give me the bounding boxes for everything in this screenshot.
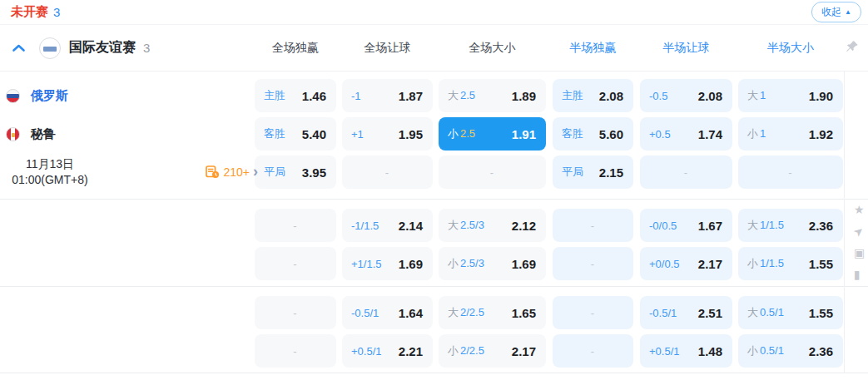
pin-small-icon[interactable]: ➤ — [854, 225, 868, 239]
stats-box-icon[interactable]: ▣ — [854, 246, 868, 260]
odds-cell-empty: - — [255, 296, 336, 329]
odds-cell[interactable]: +0.51.74 — [640, 117, 732, 151]
odds-cell[interactable]: 小0.5/12.36 — [738, 334, 843, 368]
handicap-line: 2.5 — [460, 127, 475, 140]
alt-odds-row: --1/1.52.14大2.5/32.12--0/0.51.67大1/1.52.… — [0, 209, 868, 242]
odds-value: 2.15 — [599, 165, 623, 180]
odds-cell[interactable]: -0.5/11.64 — [342, 296, 433, 329]
empty-left-slot — [0, 209, 255, 242]
away-team-row: 秘鲁 客胜5.40+11.95小2.51.91客胜5.60+0.51.74小11… — [0, 117, 868, 151]
odds-selection-label: 大2.5 — [448, 88, 475, 103]
handicap-line: +0.5/1 — [351, 345, 382, 358]
chevron-up-icon[interactable] — [12, 43, 26, 52]
right-divider — [844, 72, 845, 373]
odds-cell[interactable]: +11.95 — [342, 117, 433, 151]
odds-cell[interactable]: 平局2.15 — [553, 155, 633, 189]
odds-value: 3.95 — [302, 165, 326, 180]
peru-flag-icon — [6, 127, 20, 141]
league-match-count: 3 — [143, 41, 150, 55]
handicap-line: 2/2.5 — [460, 344, 484, 357]
odds-cell[interactable]: 小1/1.51.55 — [738, 247, 843, 280]
odds-cell-empty: - — [255, 334, 336, 368]
odds-selection-label: 平局 — [264, 165, 285, 180]
odds-cell[interactable]: 小2.5/31.69 — [439, 247, 546, 280]
pin-icon[interactable] — [846, 40, 859, 57]
outcome-label: 主胜 — [562, 88, 583, 103]
odds-selection-label: +0.5 — [649, 128, 671, 141]
odds-selection-label: 大1 — [747, 88, 766, 103]
handicap-line: -1/1.5 — [351, 220, 379, 232]
odds-cell[interactable]: 大2.51.89 — [439, 79, 546, 112]
empty-dash: - — [788, 166, 791, 179]
column-header-full-overunder[interactable]: 全场大小 — [439, 41, 546, 56]
draw-row: 11月13日 01:00(GMT+8) 210+ › 平局3.95--平局2.1… — [0, 155, 868, 189]
odds-value: 1.87 — [399, 89, 423, 103]
more-markets-link[interactable]: 210+ › — [206, 165, 258, 179]
overunder-prefix: 小 — [747, 343, 758, 358]
odds-selection-label: 客胜 — [562, 126, 583, 141]
column-header-full-win[interactable]: 全场独赢 — [255, 41, 336, 56]
odds-cell[interactable]: -0.52.08 — [640, 79, 732, 112]
overunder-prefix: 小 — [747, 126, 758, 141]
collapse-button[interactable]: 收起 ▲ — [811, 2, 861, 22]
column-header-full-handicap[interactable]: 全场让球 — [342, 41, 433, 56]
markets-list-icon — [206, 165, 220, 179]
overunder-prefix: 大 — [448, 305, 459, 320]
bar-icon[interactable]: ▮ — [854, 268, 868, 282]
odds-cell[interactable]: 小11.92 — [738, 117, 843, 151]
odds-selection-label: 小1/1.5 — [747, 256, 784, 271]
alt-odds-row: -+1/1.51.69小2.5/31.69-+0/0.52.17小1/1.51.… — [0, 247, 868, 280]
overunder-prefix: 大 — [448, 88, 459, 103]
odds-cell[interactable]: 主胜2.08 — [553, 79, 633, 112]
odds-selection-label: -0.5/1 — [351, 307, 379, 319]
odds-cell[interactable]: 大1/1.52.36 — [738, 209, 843, 242]
odds-value: 1.64 — [399, 306, 423, 320]
alt-odds-cells: --0.5/11.64大2/2.51.65--0.5/12.51大0.5/11.… — [255, 296, 843, 329]
odds-cell[interactable]: 大2/2.51.65 — [439, 296, 546, 329]
odds-value: 1.90 — [809, 89, 833, 103]
alt-odds-cells: --1/1.52.14大2.5/32.12--0/0.51.67大1/1.52.… — [255, 209, 843, 242]
odds-cell[interactable]: 客胜5.40 — [255, 117, 336, 151]
column-header-half-win[interactable]: 半场独赢 — [553, 41, 633, 56]
odds-value: 2.36 — [809, 344, 833, 358]
odds-cell[interactable]: 大0.5/11.55 — [738, 296, 843, 329]
odds-cell[interactable]: -1/1.52.14 — [342, 209, 433, 242]
odds-cell[interactable]: 大2.5/32.12 — [439, 209, 546, 242]
odds-cell[interactable]: 平局3.95 — [255, 155, 336, 189]
odds-selection-label: 小2.5/3 — [448, 256, 484, 271]
favorite-star-icon[interactable]: ★ — [854, 203, 868, 217]
overunder-prefix: 小 — [448, 256, 459, 271]
odds-selection-label: +1/1.5 — [351, 258, 382, 270]
odds-cell[interactable]: 小2/2.52.17 — [439, 334, 546, 368]
odds-cell[interactable]: -0.5/12.51 — [640, 296, 732, 329]
home-odds-cells: 主胜1.46-11.87大2.51.89主胜2.08-0.52.08大11.90 — [255, 79, 843, 112]
odds-cell[interactable]: +1/1.51.69 — [342, 247, 433, 280]
odds-cell[interactable]: 大11.90 — [738, 79, 843, 112]
odds-cell[interactable]: +0/0.52.17 — [640, 247, 732, 280]
match-datetime: 11月13日 01:00(GMT+8) — [0, 156, 100, 188]
odds-value: 1.55 — [809, 306, 833, 320]
handicap-line: 1 — [760, 127, 766, 140]
column-header-half-handicap[interactable]: 半场让球 — [640, 41, 732, 56]
odds-cell[interactable]: 小2.51.91 — [439, 117, 546, 151]
market-column-headers: 全场独赢 全场让球 全场大小 半场独赢 半场让球 半场大小 — [255, 25, 843, 71]
odds-value: 1.69 — [399, 257, 423, 271]
odds-cell[interactable]: -11.87 — [342, 79, 433, 112]
column-header-half-overunder[interactable]: 半场大小 — [738, 41, 843, 56]
odds-cell-empty: - — [738, 155, 843, 189]
outcome-label: 主胜 — [264, 88, 285, 103]
odds-cell[interactable]: +0.5/11.48 — [640, 334, 732, 368]
odds-cell-empty: - — [255, 247, 336, 280]
odds-cell[interactable]: +0.5/12.21 — [342, 334, 433, 368]
odds-group-alt1: --1/1.52.14大2.5/32.12--0/0.51.67大1/1.52.… — [0, 200, 868, 287]
empty-left-slot — [0, 247, 255, 280]
odds-cell[interactable]: 主胜1.46 — [255, 79, 336, 112]
handicap-line: 2.5/3 — [460, 219, 484, 231]
odds-cell[interactable]: 客胜5.60 — [553, 117, 633, 151]
empty-dash: - — [591, 258, 594, 270]
odds-value: 5.60 — [599, 127, 623, 141]
more-chevron-icon: › — [253, 164, 258, 179]
odds-selection-label: -0.5 — [649, 90, 667, 102]
empty-dash: - — [293, 345, 296, 358]
odds-cell[interactable]: -0/0.51.67 — [640, 209, 732, 242]
